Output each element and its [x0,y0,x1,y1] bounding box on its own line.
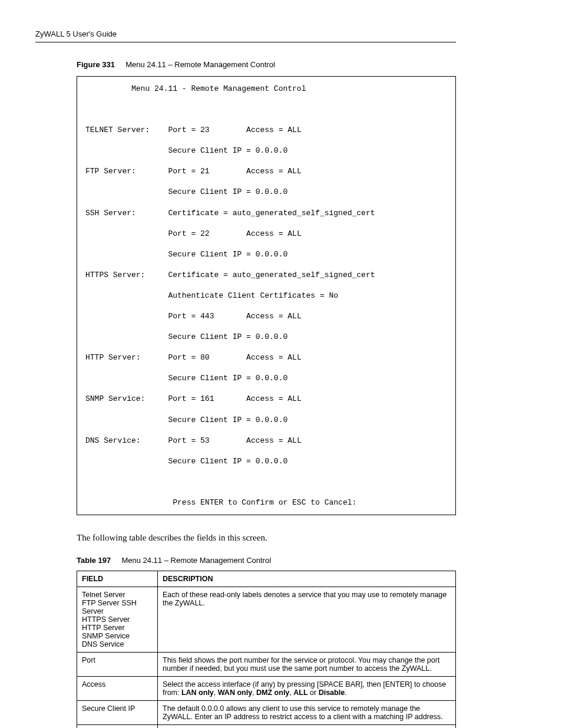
table-row: Telnet ServerFTP Server SSHServerHTTPS S… [77,587,456,653]
desc-cell: Select the access interface (if any) by … [158,677,456,701]
terminal-line [85,477,447,487]
spacer [117,60,124,69]
desc-cell: Press [SPACE BAR] and then [ENTER] to se… [158,725,456,728]
field-cell: Access [77,677,158,701]
table-label: Table 197 [77,556,111,565]
page-header: ZyWALL 5 User's Guide [35,29,456,42]
table-row: PortThis field shows the port number for… [77,653,456,677]
figure-caption: Figure 331 Menu 24.11 – Remote Managemen… [77,60,456,69]
figure-label: Figure 331 [77,60,115,69]
spacer [113,556,120,565]
terminal-line: Secure Client IP = 0.0.0.0 [85,146,447,156]
field-cell: Secure Client IP [77,701,158,725]
desc-cell: Each of these read-only labels denotes a… [158,587,456,653]
table-row: AccessSelect the access interface (if an… [77,677,456,701]
col-field: FIELD [77,571,158,587]
figure-title: Menu 24.11 – Remote Management Control [125,60,275,69]
field-cell: Certificate [77,725,158,728]
terminal-line: Secure Client IP = 0.0.0.0 [85,456,447,467]
field-cell: Port [77,653,158,677]
table-header-row: FIELD DESCRIPTION [77,571,456,587]
terminal-line: Port = 22 Access = ALL [85,229,447,239]
terminal-line: HTTP Server: Port = 80 Access = ALL [85,353,447,363]
table-title: Menu 24.11 – Remote Management Control [121,556,271,565]
terminal-line: SSH Server: Certificate = auto_generated… [85,208,447,219]
terminal-line: Secure Client IP = 0.0.0.0 [85,187,447,197]
terminal-line: Menu 24.11 - Remote Management Control [85,84,447,94]
terminal-line: Secure Client IP = 0.0.0.0 [85,332,447,342]
terminal-line: TELNET Server: Port = 23 Access = ALL [85,125,447,136]
col-desc: DESCRIPTION [158,571,456,587]
content: Figure 331 Menu 24.11 – Remote Managemen… [77,60,456,728]
field-cell: Telnet ServerFTP Server SSHServerHTTPS S… [77,587,158,653]
terminal-screen: Menu 24.11 - Remote Management Control T… [77,76,456,515]
terminal-line: Secure Client IP = 0.0.0.0 [85,249,447,260]
terminal-line: Press ENTER to Confirm or ESC to Cancel: [85,498,447,508]
table-row: Secure Client IPThe default 0.0.0.0 allo… [77,701,456,725]
terminal-line: Authenticate Client Certificates = No [85,291,447,301]
terminal-line: FTP Server: Port = 21 Access = ALL [85,166,447,177]
desc-cell: The default 0.0.0.0 allows any client to… [158,701,456,725]
terminal-line: Secure Client IP = 0.0.0.0 [85,373,447,384]
terminal-line: HTTPS Server: Certificate = auto_generat… [85,270,447,281]
terminal-line: Secure Client IP = 0.0.0.0 [85,415,447,426]
table-caption: Table 197 Menu 24.11 – Remote Management… [77,556,456,565]
guide-title: ZyWALL 5 User's Guide [35,29,117,38]
terminal-line: DNS Service: Port = 53 Access = ALL [85,436,447,446]
desc-cell: This field shows the port number for the… [158,653,456,677]
table-row: CertificatePress [SPACE BAR] and then [E… [77,725,456,728]
description-table: FIELD DESCRIPTION Telnet ServerFTP Serve… [77,571,456,728]
terminal-line [85,104,447,115]
intro-text: The following table describes the fields… [77,533,456,543]
terminal-line: SNMP Service: Port = 161 Access = ALL [85,394,447,404]
terminal-line: Port = 443 Access = ALL [85,311,447,322]
